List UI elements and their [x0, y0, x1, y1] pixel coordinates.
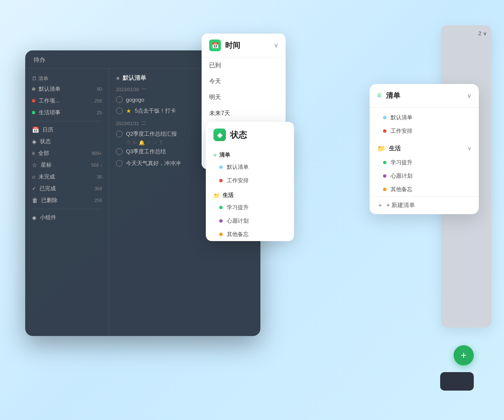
- status-section-life: 📁 生活: [206, 187, 294, 201]
- gray-panel-top: 2 ∨: [478, 30, 487, 37]
- status-list-work[interactable]: 工作安排: [206, 174, 294, 187]
- status-diamond-icon: ◈: [213, 129, 226, 141]
- status-section-list: ≡ 清单: [206, 148, 294, 160]
- status-dropdown: ◈ 状态 ≡ 清单 默认清单 工作安排 📁 生活 学习提升 心愿计划 其他备忘: [206, 122, 294, 241]
- panel-study[interactable]: 学习提升: [370, 156, 479, 169]
- panel-default-list[interactable]: 默认清单: [370, 111, 479, 124]
- time-option-passed[interactable]: 已到: [202, 58, 286, 74]
- panel-work-list[interactable]: 工作安排: [370, 124, 479, 138]
- dot-green-sm: [219, 206, 223, 209]
- dark-bar: [440, 372, 474, 391]
- star-badge: ★: [126, 108, 131, 114]
- dot-green3: [383, 161, 386, 164]
- sidebar-item-status[interactable]: ◈ 状态: [25, 136, 109, 147]
- task-checkbox[interactable]: [116, 96, 123, 103]
- sidebar-item-all[interactable]: ≡ 全部 999+: [25, 147, 109, 159]
- status-title: 状态: [230, 129, 247, 141]
- list-panel-title: 清单: [386, 91, 400, 100]
- star-icon: ☆: [32, 162, 37, 168]
- time-option-tomorrow[interactable]: 明天: [202, 89, 286, 105]
- dot-gray: [32, 87, 35, 91]
- list-lines-icon: ≡: [213, 152, 217, 158]
- time-chevron[interactable]: ∨: [274, 42, 278, 49]
- time-dropdown-header: 📅 时间 ∨: [202, 34, 286, 58]
- plus-icon: ＋: [377, 202, 383, 209]
- dot-orange: [219, 233, 223, 236]
- time-icon: 📅: [209, 39, 221, 51]
- dot-purple2: [383, 174, 386, 178]
- action-clock[interactable]: ⏱: [126, 140, 131, 146]
- status-list-notes[interactable]: 其他备忘: [206, 228, 294, 241]
- list-icon: 🗒: [32, 76, 37, 81]
- status-list-wish[interactable]: 心愿计划: [206, 214, 294, 228]
- task-checkbox[interactable]: [116, 108, 123, 114]
- folder-icon: 📁: [213, 192, 220, 199]
- calendar-icon: 📅: [32, 126, 39, 133]
- sidebar-section-list: 🗒 清单: [25, 74, 109, 83]
- action-text[interactable]: T: [160, 140, 163, 146]
- dot-green: [32, 111, 35, 114]
- status-list-default[interactable]: 默认清单: [206, 160, 294, 174]
- life-folder-icon: 📁: [377, 144, 386, 152]
- status-icon: ◈: [32, 138, 37, 145]
- sidebar-item-work-list[interactable]: 工作项... 256: [25, 95, 109, 107]
- trash-icon: 🗑: [32, 197, 38, 204]
- time-option-today[interactable]: 今天: [202, 74, 286, 89]
- fab-button[interactable]: +: [454, 345, 474, 365]
- status-dropdown-header: ◈ 状态: [206, 122, 294, 148]
- action-star[interactable]: ☆: [147, 140, 151, 146]
- list-panel: ≡ 清单 ∨ 默认清单 工作安排 📁 生活 ∨ 学习提升 心愿计划 其他备忘 ＋…: [370, 84, 479, 214]
- dot-blue-light: [219, 165, 223, 169]
- check-icon: ✓: [32, 186, 36, 192]
- list-lines-icon2: ≡: [377, 91, 382, 100]
- task-checkbox[interactable]: [116, 160, 123, 167]
- list-group-top: 默认清单 工作安排: [370, 108, 479, 141]
- sidebar-item-default-list[interactable]: 默认清单 80: [25, 83, 109, 95]
- dot-red3: [383, 129, 386, 133]
- sidebar-item-calendar[interactable]: 📅 日历: [25, 124, 109, 136]
- widget-icon: ◈: [32, 214, 37, 221]
- action-repeat[interactable]: ↻: [133, 140, 137, 146]
- bullet-dot: ●: [116, 74, 120, 82]
- dot-red2: [219, 179, 223, 182]
- time-option-7days[interactable]: 未来7天: [202, 105, 286, 121]
- fab-icon: +: [461, 349, 467, 361]
- action-arrow[interactable]: →: [153, 140, 158, 146]
- new-list-button[interactable]: ＋ + 新建清单: [370, 196, 479, 214]
- dot-orange2: [383, 188, 386, 191]
- all-icon: ≡: [32, 150, 35, 156]
- action-bell[interactable]: 🔔: [139, 140, 145, 146]
- sidebar-item-complete[interactable]: ✓ 已完成 368: [25, 183, 109, 194]
- sidebar: 🗒 清单 默认清单 80 工作项... 256 生活琐事 25 📅: [25, 68, 109, 336]
- sidebar-item-widget[interactable]: ◈ 小组件: [25, 212, 109, 223]
- status-list-study[interactable]: 学习提升: [206, 201, 294, 214]
- sidebar-item-deleted[interactable]: 🗑 已删除 256: [25, 194, 109, 206]
- circle-icon: ○: [32, 173, 35, 180]
- divider-2: [32, 209, 102, 209]
- life-chevron[interactable]: ∨: [467, 146, 471, 152]
- life-folder-title[interactable]: 📁 生活 ∨: [370, 141, 479, 156]
- list-panel-header: ≡ 清单 ∨: [370, 84, 479, 108]
- task-checkbox[interactable]: [116, 148, 123, 155]
- sidebar-item-incomplete[interactable]: ○ 未完成 36: [25, 171, 109, 183]
- divider-1: [32, 121, 102, 121]
- gray-panel-chevron: ∨: [483, 30, 487, 37]
- dot-blue: [383, 116, 386, 119]
- sidebar-item-life-list[interactable]: 生活琐事 25: [25, 107, 109, 118]
- dot-purple: [219, 219, 223, 223]
- sidebar-item-starred[interactable]: ☆ 星标 568 ›: [25, 159, 109, 171]
- dot-red: [32, 99, 35, 102]
- time-title: 时间: [225, 40, 240, 50]
- panel-wish[interactable]: 心愿计划: [370, 169, 479, 183]
- panel-notes[interactable]: 其他备忘: [370, 183, 479, 196]
- task-checkbox[interactable]: [116, 131, 123, 137]
- gray-panel-number: 2: [478, 30, 481, 37]
- list-panel-chevron[interactable]: ∨: [467, 92, 471, 99]
